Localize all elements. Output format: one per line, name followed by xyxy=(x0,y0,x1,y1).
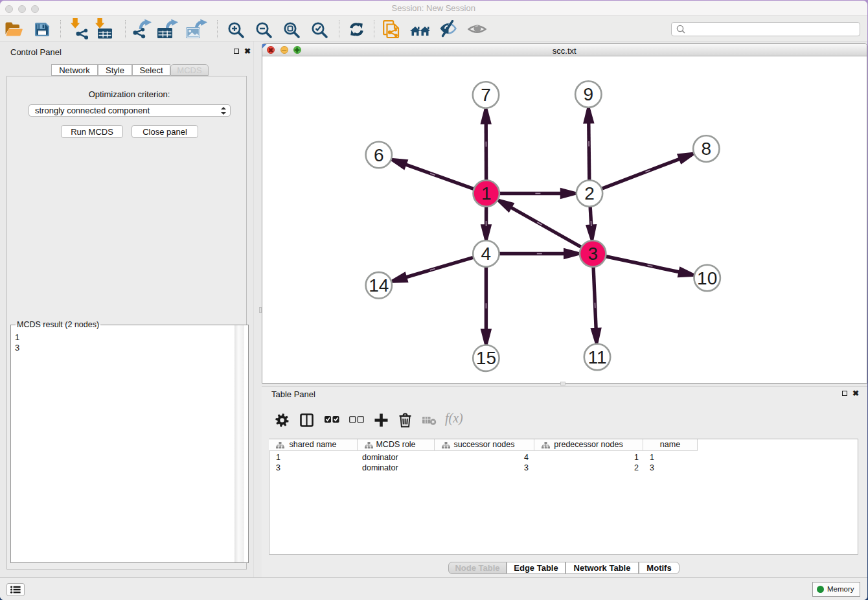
svg-text:1: 1 xyxy=(481,183,492,203)
svg-text:3: 3 xyxy=(588,244,598,264)
svg-text:11: 11 xyxy=(588,347,606,367)
svg-text:4: 4 xyxy=(481,244,492,264)
svg-text:2: 2 xyxy=(584,183,595,203)
svg-text:8: 8 xyxy=(702,139,712,159)
svg-text:9: 9 xyxy=(584,84,594,104)
svg-text:14: 14 xyxy=(369,275,389,295)
svg-text:15: 15 xyxy=(476,348,496,368)
svg-text:10: 10 xyxy=(697,268,717,288)
svg-text:7: 7 xyxy=(481,85,491,105)
svg-text:6: 6 xyxy=(374,145,384,165)
